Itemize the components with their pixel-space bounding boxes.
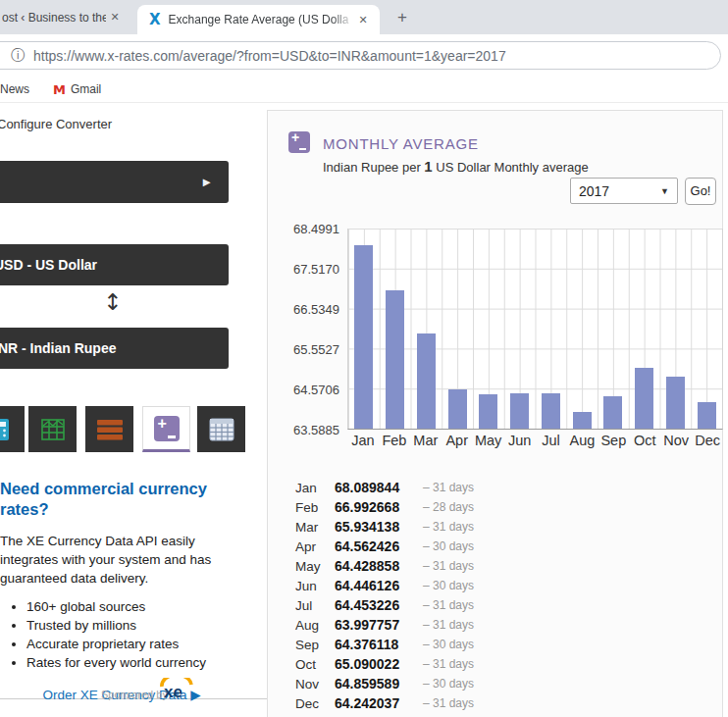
rate-value: 66.992668	[335, 499, 423, 515]
rate-value: 63.997757	[335, 617, 423, 633]
table-row: Feb66.992668– 28 days	[268, 497, 724, 517]
swap-currencies-icon[interactable]: ↕	[103, 289, 122, 315]
table-row: Jul64.453226– 31 days	[268, 595, 724, 615]
ad-bullet: Accurate proprietary rates	[26, 635, 245, 653]
tab-monthly-average[interactable]: +	[142, 406, 190, 452]
tab-title: ost ‹ Business to the B	[2, 11, 106, 25]
rates-table: Jan68.089844– 31 daysFeb66.992668– 28 da…	[268, 478, 724, 713]
svg-text:xe: xe	[164, 683, 182, 699]
month-label: Dec	[295, 696, 335, 711]
new-tab-button[interactable]: +	[390, 7, 414, 28]
ad-bullets: 160+ global sourcesTrusted by millionsAc…	[26, 597, 245, 672]
tab-exchange-rate-average[interactable]: X Exchange Rate Average (US Dolla ✕	[137, 5, 380, 34]
bookmark-news[interactable]: News	[0, 82, 29, 96]
days-label: – 30 days	[423, 638, 474, 651]
x-tick-label: Apr	[442, 433, 473, 448]
rate-value: 64.562426	[335, 538, 423, 554]
bar-column	[566, 229, 598, 429]
y-tick-label: 64.5706	[293, 383, 339, 397]
table-row: Mar65.934138– 31 days	[268, 517, 724, 537]
days-label: – 30 days	[423, 579, 474, 592]
close-icon[interactable]: ✕	[106, 11, 124, 24]
y-tick-label: 67.5170	[293, 261, 339, 276]
monthly-average-icon: +	[154, 416, 180, 441]
table-row: Dec64.242037– 31 days	[268, 693, 724, 713]
browser-window: ost ‹ Business to the B ✕ X Exchange Rat…	[0, 0, 728, 717]
y-tick-label: 65.5527	[293, 342, 339, 357]
page-info-icon[interactable]: ⓘ	[11, 47, 25, 65]
bar-column	[411, 229, 442, 429]
address-bar[interactable]: ⓘ https://www.x-rates.com/average/?from=…	[0, 41, 721, 70]
month-label: Nov	[295, 677, 335, 691]
monthly-average-panel: + MONTHLY AVERAGE Indian Rupee per 1 US …	[267, 110, 723, 717]
bar-sep	[603, 396, 622, 429]
year-select[interactable]: 2017 ▼	[570, 178, 678, 204]
bar-column	[660, 229, 692, 429]
year-select-value: 2017	[579, 183, 609, 199]
bar-feb	[386, 290, 404, 429]
table-row: Nov64.859589– 30 days	[268, 674, 724, 693]
configure-converter-tab[interactable]: Configure Converter	[0, 117, 112, 131]
rate-value: 64.453226	[335, 597, 423, 613]
x-tick-label: Aug	[566, 433, 598, 448]
rate-value: 64.428858	[335, 558, 423, 574]
y-tick-label: 66.5349	[293, 301, 339, 316]
bar-jan	[354, 245, 373, 429]
month-label: Sep	[295, 638, 335, 652]
ad-body-text: The XE Currency Data API easily integrat…	[0, 532, 245, 588]
rate-value: 64.446126	[335, 578, 423, 593]
chart-y-axis: 68.499167.517066.534965.552764.570663.58…	[268, 229, 342, 430]
tab-rate-alerts[interactable]	[85, 406, 133, 452]
tab-calendar[interactable]	[197, 406, 245, 452]
y-tick-label: 63.5885	[293, 423, 339, 437]
days-label: – 31 days	[423, 481, 474, 494]
tab-business-post[interactable]: ost ‹ Business to the B ✕	[0, 0, 133, 34]
close-icon[interactable]: ✕	[354, 14, 372, 26]
bar-column	[691, 229, 722, 429]
rate-value: 65.090022	[335, 656, 423, 672]
month-label: Oct	[295, 657, 335, 672]
table-row: Jan68.089844– 31 days	[268, 478, 724, 497]
rate-alerts-icon	[96, 417, 124, 442]
amount-value: 1	[424, 158, 432, 175]
x-tick-label: Nov	[660, 433, 692, 448]
x-tick-label: Dec	[692, 433, 723, 448]
days-label: – 31 days	[423, 598, 474, 612]
gmail-icon: M	[53, 82, 66, 97]
xe-logo[interactable]: xe	[152, 678, 199, 703]
tab-historical-table[interactable]	[28, 406, 77, 452]
ad-bullet: Rates for every world currency	[26, 653, 245, 672]
month-label: Feb	[295, 500, 335, 515]
tab-converter[interactable]	[0, 406, 25, 452]
table-row: Sep64.376118– 30 days	[268, 635, 724, 654]
x-tick-label: Sep	[598, 433, 629, 448]
table-row: Oct65.090022– 31 days	[268, 654, 724, 674]
table-row: Apr64.562426– 30 days	[268, 537, 724, 556]
month-label: Aug	[295, 618, 335, 633]
rate-value: 68.089844	[335, 480, 423, 495]
amount-input-box[interactable]: ►	[0, 161, 229, 203]
month-label: May	[295, 559, 335, 574]
bar-jul	[542, 393, 560, 429]
days-label: – 30 days	[423, 539, 474, 553]
bookmark-gmail[interactable]: Gmail	[71, 82, 101, 96]
ad-heading[interactable]: Need commercial currency rates?	[0, 479, 235, 520]
chart-x-axis: JanFebMarAprMayJunJulAugSepOctNovDec	[347, 433, 723, 448]
from-currency-select[interactable]: USD - US Dollar	[0, 244, 229, 285]
bar-jun	[510, 393, 529, 429]
days-label: – 31 days	[423, 696, 474, 710]
chevron-down-icon: ▼	[660, 186, 669, 196]
go-button[interactable]: Go!	[685, 178, 716, 205]
bar-mar	[417, 333, 436, 429]
ad-bullet: Trusted by millions	[26, 616, 245, 635]
submit-arrow-icon[interactable]: ►	[200, 175, 213, 189]
x-tick-label: Jul	[536, 433, 567, 448]
x-tick-label: Oct	[629, 433, 660, 448]
x-tick-label: May	[473, 433, 504, 448]
bar-oct	[635, 368, 653, 429]
bar-column	[504, 229, 536, 429]
to-currency-select[interactable]: INR - Indian Rupee	[0, 328, 229, 369]
chart-plot-area	[347, 229, 723, 430]
month-label: Jun	[295, 579, 335, 593]
calendar-icon	[209, 418, 234, 441]
